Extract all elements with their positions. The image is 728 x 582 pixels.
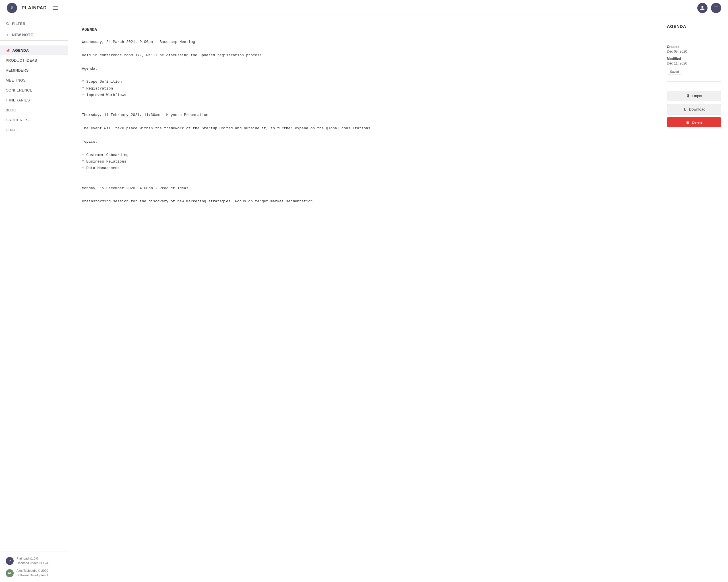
pin-icon: 📌 <box>6 49 10 53</box>
note-editor[interactable]: AGENDA Wednesday, 24 March 2021, 9:00am … <box>68 16 660 582</box>
menu-toggle[interactable] <box>51 5 59 11</box>
app-header: P PLAINPAD <box>0 0 728 16</box>
sidebar-item-product-ideas[interactable]: PRODUCT IDEAS <box>0 55 68 65</box>
sidebar: FILTER NEW NOTE 📌 AGENDA PRODUCT IDEAS R… <box>0 16 68 582</box>
modified-row: Modified Dec 11, 2020 <box>667 57 721 65</box>
sidebar-footer: P Plainpad v1.0.0 Licensed under GPL-3.0… <box>0 552 68 582</box>
note-body[interactable]: Wednesday, 24 March 2021, 9:00am - Basec… <box>82 39 646 205</box>
trash-icon <box>686 120 690 124</box>
sidebar-item-conference[interactable]: CONFERENCE <box>0 85 68 95</box>
header-right <box>697 3 721 13</box>
sidebar-item-groceries[interactable]: GROCERIES <box>0 115 68 125</box>
created-row: Created Dec 08, 2020 <box>667 45 721 53</box>
app-title: PLAINPAD <box>22 5 47 10</box>
footer-logo: P <box>6 557 14 565</box>
delete-button[interactable]: Delete <box>667 117 721 127</box>
created-label: Created <box>667 45 721 49</box>
footer-user-text: Alex Tselegidis © 2020 Software Developm… <box>17 569 48 578</box>
app-logo: P <box>7 3 17 13</box>
header-left: P PLAINPAD <box>7 3 59 13</box>
notes-button[interactable] <box>711 3 721 13</box>
sidebar-item-reminders[interactable]: REMINDERS <box>0 65 68 75</box>
unpin-button[interactable]: Unpin <box>667 91 721 101</box>
footer-app-info: P Plainpad v1.0.0 Licensed under GPL-3.0 <box>6 556 62 565</box>
sidebar-item-meetings[interactable]: MEETINGS <box>0 75 68 85</box>
new-note-button[interactable]: NEW NOTE <box>0 29 68 40</box>
user-avatar: AT <box>6 569 14 577</box>
add-icon <box>6 33 10 37</box>
status-badge: Saved <box>667 69 682 75</box>
sidebar-item-agenda[interactable]: 📌 AGENDA <box>0 46 68 55</box>
footer-user-info: AT Alex Tselegidis © 2020 Software Devel… <box>6 569 62 578</box>
account-button[interactable] <box>697 3 707 13</box>
main-layout: FILTER NEW NOTE 📌 AGENDA PRODUCT IDEAS R… <box>0 16 728 582</box>
note-title: AGENDA <box>82 27 646 32</box>
panel-title: AGENDA <box>667 24 721 29</box>
footer-app-text: Plainpad v1.0.0 Licensed under GPL-3.0 <box>17 556 50 565</box>
sidebar-item-draft[interactable]: DRAFT <box>0 125 68 135</box>
search-icon <box>6 22 10 26</box>
sidebar-item-itineraries[interactable]: ITINERARIES <box>0 95 68 105</box>
sidebar-top: FILTER NEW NOTE <box>0 16 68 43</box>
panel-divider-2 <box>667 81 721 82</box>
download-button[interactable]: Download <box>667 104 721 114</box>
account-icon <box>700 5 705 10</box>
panel-actions: Unpin Download Delete <box>667 91 721 127</box>
right-panel: AGENDA Created Dec 08, 2020 Modified Dec… <box>660 16 728 582</box>
created-value: Dec 08, 2020 <box>667 50 721 53</box>
sidebar-nav: 📌 AGENDA PRODUCT IDEAS REMINDERS MEETING… <box>0 43 68 552</box>
download-icon <box>683 107 687 111</box>
filter-button[interactable]: FILTER <box>0 18 68 29</box>
modified-label: Modified <box>667 57 721 61</box>
pin-icon <box>686 94 690 98</box>
panel-meta: Created Dec 08, 2020 Modified Dec 11, 20… <box>667 45 721 75</box>
modified-value: Dec 11, 2020 <box>667 61 721 65</box>
sidebar-item-blog[interactable]: BLOG <box>0 105 68 115</box>
notes-icon <box>713 5 719 10</box>
